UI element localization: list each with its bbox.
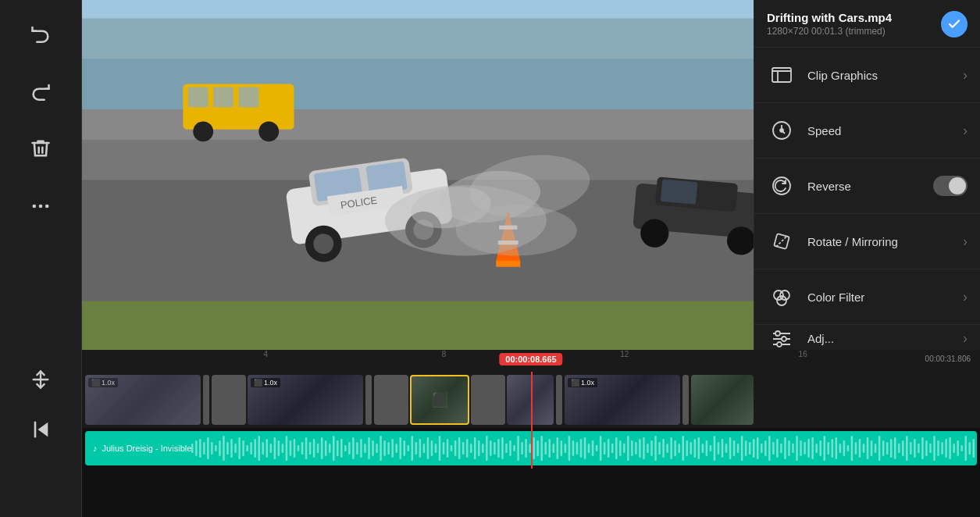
menu-items: Clip Graphics › Speed › — [754, 48, 980, 350]
video-clip-4[interactable] — [374, 375, 408, 425]
speed-label: Speed — [807, 124, 963, 137]
svg-rect-169 — [636, 442, 638, 455]
svg-rect-126 — [466, 439, 469, 458]
svg-rect-176 — [663, 439, 665, 458]
svg-rect-189 — [714, 436, 716, 461]
speed-chevron: › — [963, 123, 968, 139]
svg-rect-207 — [785, 437, 787, 459]
svg-rect-101 — [369, 437, 371, 459]
clip-separator-7 — [556, 375, 562, 425]
adjust-timeline-button[interactable] — [23, 362, 58, 397]
svg-rect-130 — [482, 444, 484, 453]
svg-rect-147 — [549, 439, 551, 458]
svg-rect-98 — [357, 442, 359, 455]
ruler-mark-4: 4 — [263, 350, 268, 358]
svg-point-42 — [780, 129, 783, 132]
video-clip-9[interactable] — [691, 375, 754, 425]
menu-item-reverse[interactable]: Reverse — [754, 159, 980, 214]
ruler-mark-8: 8 — [442, 350, 447, 358]
current-time-badge: 00:00:08.665 — [499, 353, 562, 365]
svg-rect-213 — [808, 439, 811, 458]
svg-rect-55 — [85, 375, 201, 425]
video-clip-3[interactable]: ⬛1.0x — [248, 375, 363, 425]
clip-separator-1 — [203, 375, 209, 425]
svg-rect-72 — [255, 439, 257, 458]
svg-rect-242 — [922, 437, 925, 459]
svg-rect-182 — [686, 440, 689, 456]
svg-rect-35 — [238, 87, 258, 107]
rotate-mirroring-label: Rotate / Mirroring — [807, 235, 963, 248]
svg-rect-178 — [671, 437, 673, 459]
svg-rect-160 — [600, 436, 602, 461]
svg-rect-80 — [286, 436, 288, 461]
video-clip-1[interactable]: ⬛1.0x — [85, 375, 201, 425]
svg-rect-197 — [745, 440, 747, 456]
clips-track: ⬛1.0x ⬛1.0x — [82, 372, 980, 428]
svg-point-49 — [782, 337, 786, 341]
menu-item-clip-graphics[interactable]: Clip Graphics › — [754, 48, 980, 103]
confirm-button[interactable] — [941, 11, 968, 37]
svg-rect-146 — [545, 442, 547, 455]
svg-rect-70 — [247, 445, 249, 451]
svg-rect-65 — [227, 442, 230, 455]
svg-rect-202 — [764, 440, 767, 456]
clip-graphics-chevron: › — [963, 67, 968, 84]
svg-rect-139 — [518, 436, 520, 461]
delete-button[interactable] — [23, 131, 58, 166]
svg-rect-246 — [938, 440, 940, 456]
svg-rect-61 — [212, 442, 214, 455]
svg-rect-34 — [213, 87, 233, 107]
svg-rect-134 — [498, 439, 501, 458]
svg-rect-66 — [231, 439, 233, 458]
video-clip-8[interactable]: ⬛1.0x — [565, 375, 680, 425]
clip-separator-3 — [365, 375, 372, 425]
svg-rect-186 — [702, 444, 704, 453]
svg-rect-243 — [926, 440, 928, 456]
file-info-header: Drifting with Cars.mp4 1280×720 00:01.3 … — [754, 0, 980, 48]
undo-button[interactable] — [23, 16, 58, 50]
svg-rect-143 — [533, 437, 536, 459]
svg-rect-105 — [384, 440, 387, 456]
svg-rect-241 — [918, 444, 921, 453]
svg-rect-133 — [494, 442, 497, 455]
svg-rect-113 — [415, 442, 418, 455]
svg-rect-77 — [274, 437, 276, 459]
svg-rect-63 — [219, 440, 222, 456]
reverse-toggle[interactable] — [933, 176, 968, 196]
svg-rect-184 — [694, 439, 697, 458]
menu-item-adjustment[interactable]: Adj... › — [754, 325, 980, 350]
more-button[interactable] — [23, 189, 58, 223]
video-clip-5-selected[interactable]: ⬛ — [410, 375, 469, 425]
playhead-line — [531, 372, 533, 428]
svg-rect-108 — [396, 444, 398, 453]
svg-rect-123 — [454, 440, 457, 456]
svg-rect-40 — [772, 68, 791, 82]
svg-rect-112 — [412, 436, 414, 461]
svg-rect-121 — [447, 439, 449, 458]
svg-rect-107 — [392, 439, 394, 458]
svg-rect-60 — [208, 437, 210, 459]
svg-rect-200 — [757, 437, 759, 459]
svg-rect-85 — [305, 437, 308, 459]
video-clip-6[interactable] — [471, 375, 505, 425]
svg-rect-99 — [361, 439, 363, 458]
svg-rect-87 — [313, 439, 315, 458]
svg-rect-250 — [953, 444, 956, 453]
video-clip-2[interactable] — [212, 375, 246, 425]
video-clip-7[interactable] — [507, 375, 554, 425]
svg-rect-153 — [572, 440, 575, 456]
back-to-start-button[interactable] — [23, 412, 58, 447]
svg-rect-151 — [565, 444, 567, 453]
svg-rect-234 — [890, 439, 893, 458]
redo-button[interactable] — [23, 73, 58, 108]
svg-rect-231 — [878, 436, 881, 461]
svg-rect-188 — [710, 445, 712, 451]
menu-item-speed[interactable]: Speed › — [754, 103, 980, 159]
svg-rect-219 — [832, 439, 834, 458]
svg-rect-154 — [576, 442, 579, 455]
menu-item-color-filter[interactable]: Color Filter › — [754, 269, 980, 325]
svg-rect-236 — [898, 444, 900, 453]
svg-rect-89 — [321, 437, 323, 459]
color-filter-chevron: › — [963, 289, 968, 305]
menu-item-rotate-mirroring[interactable]: Rotate / Mirroring › — [754, 214, 980, 269]
